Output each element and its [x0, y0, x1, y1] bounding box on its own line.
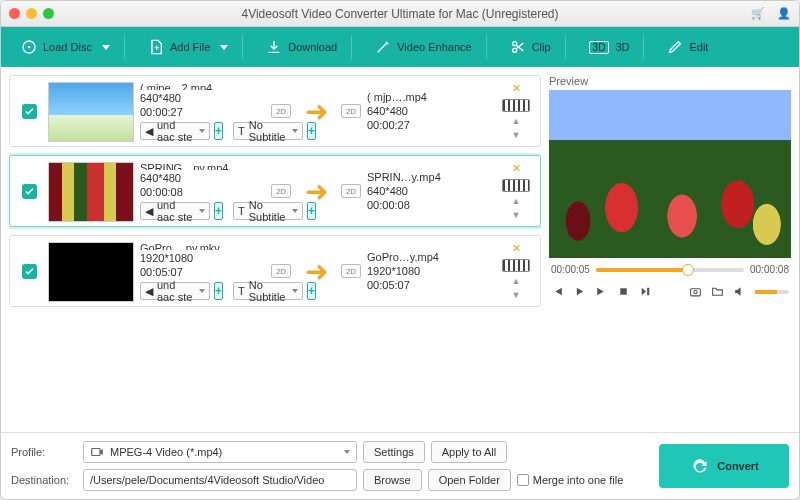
zoom-icon[interactable]: [43, 8, 54, 19]
apply-all-button[interactable]: Apply to All: [431, 441, 507, 463]
list-item[interactable]: ( mjpe…2.mp4640*48000:00:27◀und aac ste+…: [9, 75, 541, 147]
video-enhance-button[interactable]: Video Enhance: [365, 33, 481, 61]
close-icon[interactable]: [9, 8, 20, 19]
move-down-button[interactable]: ▼: [512, 290, 521, 300]
chevron-down-icon: [199, 289, 205, 293]
subtitle-select[interactable]: TNo Subtitle: [233, 202, 303, 220]
settings-button[interactable]: Settings: [363, 441, 425, 463]
dest-duration: 00:00:27: [367, 119, 492, 131]
chevron-down-icon[interactable]: [220, 45, 228, 50]
item-checkbox[interactable]: [16, 242, 42, 300]
three-d-icon: 3D: [589, 41, 610, 54]
convert-button[interactable]: Convert: [659, 444, 789, 488]
browse-button[interactable]: Browse: [363, 469, 422, 491]
svg-rect-4: [620, 288, 627, 295]
minimize-icon[interactable]: [26, 8, 37, 19]
folder-icon[interactable]: [711, 285, 724, 298]
list-item[interactable]: GoPro …py.mkv1920*108000:05:07◀und aac s…: [9, 235, 541, 307]
preview-label: Preview: [549, 75, 791, 87]
move-up-button[interactable]: ▲: [512, 116, 521, 126]
dst-2d-badge: 2D: [341, 264, 361, 278]
open-folder-button[interactable]: Open Folder: [428, 469, 511, 491]
remove-item-button[interactable]: ✕: [512, 162, 521, 175]
subtitle-select[interactable]: TNo Subtitle: [233, 282, 303, 300]
profile-select[interactable]: MPEG-4 Video (*.mp4): [83, 441, 357, 463]
timeline: 00:00:05 00:00:08: [549, 258, 791, 281]
output-format-button[interactable]: [502, 179, 530, 192]
output-format-button[interactable]: [502, 259, 530, 272]
source-resolution: 640*480: [140, 172, 265, 184]
preview-video[interactable]: [549, 90, 791, 258]
dest-duration: 00:05:07: [367, 279, 492, 291]
remove-item-button[interactable]: ✕: [512, 242, 521, 255]
move-down-button[interactable]: ▼: [512, 130, 521, 140]
dest-resolution: 640*480: [367, 185, 492, 197]
item-checkbox[interactable]: [16, 162, 42, 220]
source-duration: 00:00:27: [140, 106, 265, 118]
load-disc-button[interactable]: Load Disc: [11, 33, 120, 61]
move-up-button[interactable]: ▲: [512, 276, 521, 286]
profile-value: MPEG-4 Video (*.mp4): [110, 446, 222, 458]
thumbnail[interactable]: [48, 242, 134, 302]
add-file-label: Add File: [170, 41, 210, 53]
playback-controls: [549, 281, 791, 302]
destination-input[interactable]: /Users/pele/Documents/4Videosoft Studio/…: [83, 469, 357, 491]
download-icon: [266, 39, 282, 55]
dest-filename: GoPro…y.mp4: [367, 251, 492, 263]
thumbnail[interactable]: [48, 162, 134, 222]
three-d-button[interactable]: 3D 3D: [579, 35, 640, 60]
add-file-button[interactable]: Add File: [138, 33, 238, 61]
dest-meta: SPRIN…y.mp4640*48000:00:08: [367, 162, 492, 220]
volume-icon[interactable]: [733, 285, 746, 298]
thumbnail[interactable]: [48, 82, 134, 142]
dst-2d-badge: 2D: [341, 104, 361, 118]
dest-filename: SPRIN…y.mp4: [367, 171, 492, 183]
stop-icon[interactable]: [617, 285, 630, 298]
add-audio-button[interactable]: +: [214, 202, 223, 220]
destination-value: /Users/pele/Documents/4Videosoft Studio/…: [90, 474, 324, 486]
add-audio-button[interactable]: +: [214, 122, 223, 140]
text-icon: T: [238, 125, 245, 137]
list-item[interactable]: SPRING…py.mp4640*48000:00:08◀und aac ste…: [9, 155, 541, 227]
file-plus-icon: [148, 39, 164, 55]
prev-icon[interactable]: [551, 285, 564, 298]
move-down-button[interactable]: ▼: [512, 210, 521, 220]
seek-bar[interactable]: [596, 268, 744, 272]
dest-filename: ( mjp….mp4: [367, 91, 492, 103]
move-up-button[interactable]: ▲: [512, 196, 521, 206]
source-duration: 00:00:08: [140, 186, 265, 198]
app-window: 4Videosoft Video Converter Ultimate for …: [0, 0, 800, 500]
audio-select[interactable]: ◀und aac ste: [140, 122, 210, 140]
subtitle-select[interactable]: TNo Subtitle: [233, 122, 303, 140]
item-checkbox[interactable]: [16, 82, 42, 140]
svg-rect-7: [92, 449, 100, 456]
play-icon[interactable]: [573, 285, 586, 298]
svg-point-6: [694, 290, 697, 293]
cart-icon[interactable]: 🛒: [751, 7, 765, 20]
edit-button[interactable]: Edit: [657, 33, 718, 61]
download-button[interactable]: Download: [256, 33, 347, 61]
main-toolbar: Load Disc Add File Download Video Enhanc…: [1, 27, 799, 67]
arrow-icon: ➜: [305, 95, 328, 128]
audio-select[interactable]: ◀und aac ste: [140, 282, 210, 300]
dest-meta: GoPro…y.mp41920*108000:05:07: [367, 242, 492, 300]
remove-item-button[interactable]: ✕: [512, 82, 521, 95]
refresh-icon: [689, 456, 709, 476]
snapshot-icon[interactable]: [689, 285, 702, 298]
volume-slider[interactable]: [755, 290, 789, 294]
merge-checkbox[interactable]: Merge into one file: [517, 474, 624, 486]
speaker-icon: ◀: [145, 205, 153, 218]
time-current: 00:00:05: [551, 264, 590, 275]
time-total: 00:00:08: [750, 264, 789, 275]
output-format-button[interactable]: [502, 99, 530, 112]
user-icon[interactable]: 👤: [777, 7, 791, 20]
chevron-down-icon[interactable]: [102, 45, 110, 50]
dst-2d-badge: 2D: [341, 184, 361, 198]
clip-button[interactable]: Clip: [500, 33, 561, 61]
add-audio-button[interactable]: +: [214, 282, 223, 300]
step-icon[interactable]: [639, 285, 652, 298]
audio-select[interactable]: ◀und aac ste: [140, 202, 210, 220]
next-icon[interactable]: [595, 285, 608, 298]
wand-icon: [375, 39, 391, 55]
text-icon: T: [238, 205, 245, 217]
